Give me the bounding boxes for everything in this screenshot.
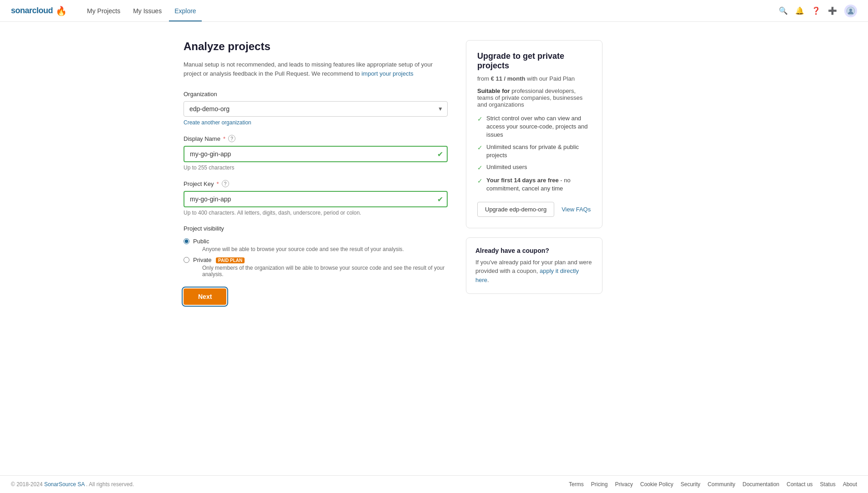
main-content: Analyze projects Manual setup is not rec…: [0, 22, 868, 475]
private-option: Private PAID PLAN Only members of the or…: [184, 256, 448, 277]
display-name-hint: Up to 255 characters: [184, 164, 448, 171]
footer-link-documentation[interactable]: Documentation: [743, 481, 780, 488]
footer-link-terms[interactable]: Terms: [569, 481, 584, 488]
main-nav: My Projects My Issues Explore: [82, 1, 202, 21]
page-title: Analyze projects: [184, 40, 448, 53]
project-key-group: Project Key * ? ✔ Up to 400 characters. …: [184, 180, 448, 216]
footer-link-contact-us[interactable]: Contact us: [786, 481, 812, 488]
private-radio[interactable]: [184, 257, 189, 263]
project-key-hint: Up to 400 characters. All letters, digit…: [184, 210, 448, 216]
feature-item: ✓ Unlimited scans for private & public p…: [477, 143, 591, 159]
project-key-input-wrapper: ✔: [184, 191, 448, 207]
public-radio[interactable]: [184, 238, 189, 244]
footer-link-security[interactable]: Security: [680, 481, 700, 488]
nav-item-my-issues[interactable]: My Issues: [128, 1, 167, 21]
create-org-link[interactable]: Create another organization: [184, 119, 251, 126]
import-projects-link[interactable]: import your projects: [362, 70, 414, 77]
logo[interactable]: sonarcloud 🔥: [11, 5, 67, 16]
search-button[interactable]: 🔍: [779, 6, 788, 15]
notifications-icon[interactable]: 🔔: [795, 6, 804, 15]
private-label[interactable]: Private PAID PLAN: [193, 257, 245, 263]
upgrade-card: Upgrade to get private projects from € 1…: [466, 40, 602, 228]
display-name-valid-icon: ✔: [437, 150, 443, 159]
organization-label: Organization: [184, 91, 448, 98]
suitable-text: Suitable for professional developers, te…: [477, 87, 591, 108]
organization-group: Organization edp-demo-org ▼ Create anoth…: [184, 91, 448, 126]
organization-select-wrapper: edp-demo-org ▼: [184, 101, 448, 117]
footer-copyright: © 2018-2024 SonarSource SA . All rights …: [11, 481, 134, 488]
footer-link-status[interactable]: Status: [820, 481, 836, 488]
upgrade-actions: Upgrade edp-demo-org View FAQs: [477, 202, 591, 217]
upgrade-button[interactable]: Upgrade edp-demo-org: [477, 202, 554, 217]
project-key-input[interactable]: [184, 191, 448, 207]
logo-icon: 🔥: [56, 5, 67, 16]
view-faqs-link[interactable]: View FAQs: [562, 206, 591, 213]
project-key-help-icon[interactable]: ?: [222, 180, 229, 187]
footer: © 2018-2024 SonarSource SA . All rights …: [0, 475, 868, 493]
display-name-input[interactable]: [184, 146, 448, 162]
check-icon: ✓: [477, 164, 483, 173]
public-label[interactable]: Public: [193, 238, 209, 245]
project-key-required: *: [216, 180, 219, 187]
paid-plan-badge: PAID PLAN: [216, 257, 245, 263]
upgrade-price: from € 11 / month with our Paid Plan: [477, 75, 591, 82]
public-option: Public Anyone will be able to browse you…: [184, 237, 448, 252]
feature-list: ✓ Strict control over who can view and a…: [477, 114, 591, 193]
check-icon: ✓: [477, 144, 483, 153]
sidebar-section: Upgrade to get private projects from € 1…: [466, 40, 602, 448]
coupon-title: Already have a coupon?: [475, 247, 593, 254]
nav-item-my-projects[interactable]: My Projects: [82, 1, 126, 21]
form-section: Analyze projects Manual setup is not rec…: [184, 40, 448, 448]
feature-item: ✓ Unlimited users: [477, 163, 591, 173]
footer-links: Terms Pricing Privacy Cookie Policy Secu…: [569, 481, 857, 488]
project-key-label: Project Key * ?: [184, 180, 448, 187]
coupon-desc: If you've already paid for your plan and…: [475, 258, 593, 285]
upgrade-title: Upgrade to get private projects: [477, 51, 591, 71]
header-actions: 🔍 🔔 ❓ ➕: [779, 5, 857, 17]
display-name-label: Display Name * ?: [184, 135, 448, 142]
public-desc: Anyone will be able to browse your sourc…: [202, 246, 404, 252]
coupon-card: Already have a coupon? If you've already…: [466, 237, 602, 294]
display-name-group: Display Name * ? ✔ Up to 255 characters: [184, 135, 448, 171]
content-wrapper: Analyze projects Manual setup is not rec…: [184, 40, 684, 448]
help-icon[interactable]: ❓: [812, 6, 821, 15]
footer-link-cookie-policy[interactable]: Cookie Policy: [640, 481, 674, 488]
visibility-label: Project visibility: [184, 225, 448, 232]
check-icon: ✓: [477, 115, 483, 124]
footer-link-privacy[interactable]: Privacy: [615, 481, 633, 488]
organization-select[interactable]: edp-demo-org: [184, 101, 448, 117]
footer-link-pricing[interactable]: Pricing: [591, 481, 608, 488]
project-key-valid-icon: ✔: [437, 195, 443, 204]
footer-link-community[interactable]: Community: [708, 481, 735, 488]
footer-company-link[interactable]: SonarSource SA: [44, 481, 85, 488]
display-name-help-icon[interactable]: ?: [228, 135, 235, 142]
nav-item-explore[interactable]: Explore: [169, 1, 201, 21]
feature-item: ✓ Strict control over who can view and a…: [477, 114, 591, 139]
private-desc: Only members of the organization will be…: [202, 265, 448, 277]
display-name-input-wrapper: ✔: [184, 146, 448, 162]
svg-point-1: [849, 9, 852, 11]
create-icon[interactable]: ➕: [828, 6, 837, 15]
next-button[interactable]: Next: [184, 288, 226, 305]
avatar[interactable]: [844, 5, 857, 17]
display-name-required: *: [223, 135, 225, 142]
feature-item: ✓ Your first 14 days are free - no commi…: [477, 176, 591, 193]
footer-link-about[interactable]: About: [843, 481, 857, 488]
logo-text: sonarcloud: [11, 6, 53, 15]
visibility-section: Project visibility Public Anyone will be…: [184, 225, 448, 277]
check-icon: ✓: [477, 177, 483, 186]
intro-text: Manual setup is not recommended, and lea…: [184, 60, 448, 78]
header: sonarcloud 🔥 My Projects My Issues Explo…: [0, 0, 868, 22]
